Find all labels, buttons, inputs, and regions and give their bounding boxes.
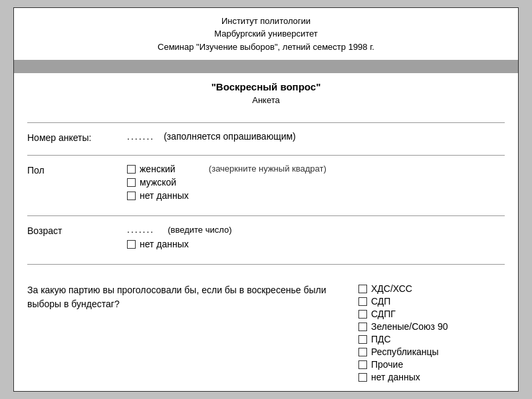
bottom-section: За какую партию вы проголосовали бы, есл… xyxy=(14,277,518,391)
party-option-2: СДП xyxy=(358,296,505,307)
header-line3: Семинар "Изучение выборов", летний семес… xyxy=(21,41,511,54)
label-male: мужской xyxy=(140,177,176,188)
checkbox-age-nodata[interactable] xyxy=(127,240,136,249)
age-nodata-row: нет данных xyxy=(127,239,505,249)
number-note: (заполняется опрашивающим) xyxy=(164,131,296,142)
label-age-nodata: нет данных xyxy=(140,239,189,249)
party-option-3: СДПГ xyxy=(358,309,505,319)
gender-checkboxes: женский мужской нет данных xyxy=(127,164,189,203)
gender-label: Пол xyxy=(27,164,127,176)
age-content: ....... (введите число) нет данных xyxy=(127,224,505,252)
header-line1: Институт политологии xyxy=(21,15,511,28)
checkbox-female[interactable] xyxy=(127,165,136,174)
label-party-2: СДП xyxy=(371,296,390,307)
divider3 xyxy=(27,215,505,216)
label-female: женский xyxy=(140,164,176,174)
label-party-6: Республиканцы xyxy=(371,346,439,357)
checkbox-male[interactable] xyxy=(127,178,136,187)
gender-option-2: мужской xyxy=(127,177,189,188)
gender-note: (зачеркните нужный квадрат) xyxy=(209,164,327,174)
label-party-5: ПДС xyxy=(371,334,391,344)
content-section: Номер анкеты: ....... (заполняется опраш… xyxy=(14,110,518,277)
divider4 xyxy=(27,264,505,265)
age-note: (введите число) xyxy=(168,225,231,235)
checkbox-party-1[interactable] xyxy=(358,285,367,293)
label-gender-nodata: нет данных xyxy=(140,190,189,201)
checkbox-gender-nodata[interactable] xyxy=(127,192,136,200)
header-section: Институт политологии Марбургский универс… xyxy=(14,8,518,58)
gray-bar xyxy=(14,60,518,73)
label-party-3: СДПГ xyxy=(371,309,396,319)
divider1 xyxy=(27,122,505,123)
number-content: ....... (заполняется опрашивающим) xyxy=(127,131,505,142)
form-container: Институт политологии Марбургский универс… xyxy=(13,7,519,392)
party-option-5: ПДС xyxy=(358,334,505,344)
checkbox-party-7[interactable] xyxy=(358,360,367,369)
checkbox-party-4[interactable] xyxy=(358,323,367,331)
checkbox-party-8[interactable] xyxy=(358,373,367,382)
gender-option-3: нет данных xyxy=(127,190,189,201)
checkbox-party-2[interactable] xyxy=(358,297,367,306)
gender-option-1: женский xyxy=(127,164,189,174)
main-title: "Воскресный вопрос" xyxy=(21,81,511,92)
party-options: ХДС/ХСС СДП СДПГ Зеленые/Союз 90 ПДС Рес… xyxy=(358,283,505,384)
number-label: Номер анкеты: xyxy=(27,131,127,143)
age-dots: ....... xyxy=(127,224,154,235)
label-party-4: Зеленые/Союз 90 xyxy=(371,321,448,332)
age-input-row: ....... (введите число) xyxy=(127,224,505,235)
label-party-7: Прочие xyxy=(371,359,403,370)
party-option-7: Прочие xyxy=(358,359,505,370)
party-option-4: Зеленые/Союз 90 xyxy=(358,321,505,332)
number-dots: ....... xyxy=(127,131,154,142)
label-party-8: нет данных xyxy=(371,372,420,382)
age-row: Возраст ....... (введите число) нет данн… xyxy=(27,221,505,255)
party-option-1: ХДС/ХСС xyxy=(358,283,505,294)
gender-content: женский мужской нет данных (зачеркните н… xyxy=(127,164,505,203)
party-question: За какую партию вы проголосовали бы, есл… xyxy=(27,283,345,384)
gender-row: Пол женский мужской н xyxy=(27,161,505,206)
number-row: Номер анкеты: ....... (заполняется опраш… xyxy=(27,128,505,146)
checkbox-party-3[interactable] xyxy=(358,310,367,319)
party-option-8: нет данных xyxy=(358,372,505,382)
party-option-6: Республиканцы xyxy=(358,346,505,357)
age-label: Возраст xyxy=(27,224,127,236)
checkbox-party-6[interactable] xyxy=(358,348,367,356)
title-section: "Воскресный вопрос" Анкета xyxy=(14,76,518,110)
header-line2: Марбургский университет xyxy=(21,27,511,41)
label-party-1: ХДС/ХСС xyxy=(371,283,412,294)
divider2 xyxy=(27,155,505,156)
subtitle: Анкета xyxy=(21,92,511,108)
checkbox-party-5[interactable] xyxy=(358,335,367,344)
